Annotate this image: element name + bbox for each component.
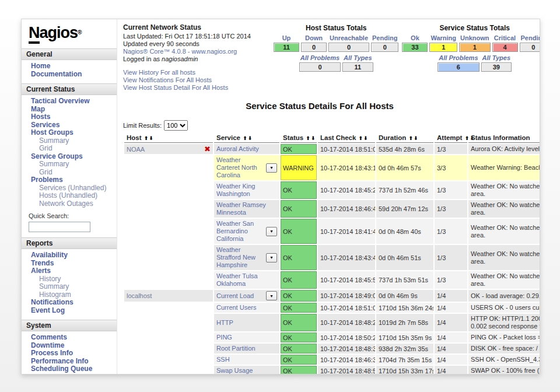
service-actions-dropdown[interactable]: ▼ [266,253,277,262]
sidebar-item-notifications[interactable]: Notifications [22,299,117,307]
service-link[interactable]: Current Users [216,304,277,312]
nagios-version-link[interactable]: Nagios® Core™ 4.0.8 - www.nagios.org [123,48,272,55]
view-host-status-detail-for-all-hosts-link[interactable]: View Host Status Detail For All Hosts [123,84,272,92]
service-totals-label-ok: Ok [402,34,428,41]
service-link[interactable]: SSH [216,356,277,363]
sort-descending-icon[interactable]: ⬇ [311,135,316,141]
limit-results-label: Limit Results: [123,122,162,129]
sidebar-item-alerts[interactable]: Alerts [22,267,117,275]
view-notifications-for-all-hosts-link[interactable]: View Notifications For All Hosts [123,76,272,84]
sidebar-item-event-log[interactable]: Event Log [22,307,117,315]
column-header-last-check[interactable]: Last Check ⬆⬇ [318,133,375,143]
sidebar-item-network-outages[interactable]: Network Outages [22,200,117,208]
host-totals-title: Host Status Totals [272,24,400,32]
quick-search-input[interactable] [29,222,90,232]
sidebar-item-grid[interactable]: Grid [22,145,117,153]
service-link[interactable]: Weather Strafford New Hampshire [216,246,264,269]
service-row: PINGOK10-17-2014 18:50:201710d 15h 35m 9… [124,332,540,342]
service-link[interactable]: Swap Usage [216,367,277,374]
service-link[interactable]: HTTP [216,319,277,327]
service-totals-count-pending[interactable]: 0 [520,43,540,52]
sidebar-item-problems[interactable]: Problems [22,176,117,184]
column-header-attempt[interactable]: Attempt ⬆⬇ [435,133,467,143]
sidebar-item-summary[interactable]: Summary [22,283,117,291]
column-header-service[interactable]: Service ⬆⬇ [214,133,279,143]
sidebar-item-scheduling-queue[interactable]: Scheduling Queue [22,365,117,373]
host-totals-count-all-problems[interactable]: 0 [299,62,341,72]
sort-descending-icon[interactable]: ⬇ [248,135,253,141]
column-header-status[interactable]: Status ⬆⬇ [281,133,317,143]
host-cell [124,355,213,365]
sidebar-item-host-groups[interactable]: Host Groups [22,129,117,137]
sidebar-item-grid[interactable]: Grid [22,169,117,177]
nagios-logo[interactable]: Nagios® [22,19,117,44]
sort-descending-icon[interactable]: ⬇ [414,135,418,141]
sort-ascending-icon[interactable]: ⬆ [359,135,363,141]
service-totals-count-critical[interactable]: 4 [492,43,518,52]
host-totals-count-all-types[interactable]: 11 [342,62,373,72]
sidebar-item-performance-info[interactable]: Performance Info [22,358,117,366]
sidebar-item-trends[interactable]: Trends [22,260,117,268]
service-link[interactable]: Weather Tulsa Oklahoma [216,272,277,288]
status-info-cell: Weather OK: No watches or warnings for a… [468,245,540,270]
sort-ascending-icon[interactable]: ⬆ [144,135,149,141]
service-totals-count-warning[interactable]: 1 [429,43,457,52]
service-actions-dropdown[interactable]: ▼ [266,227,277,236]
column-header-host[interactable]: Host ⬆⬇ [124,133,213,143]
service-totals-count-ok[interactable]: 33 [402,43,428,52]
sidebar-item-service-groups[interactable]: Service Groups [22,153,117,161]
sort-descending-icon[interactable]: ⬇ [149,135,153,141]
sidebar-item-configuration[interactable]: Configuration [22,373,117,374]
host-link[interactable]: NOAA [127,146,145,153]
sidebar-item-tactical-overview[interactable]: Tactical Overview [22,97,117,106]
sort-ascending-icon[interactable]: ⬆ [465,135,470,141]
sidebar-item-services[interactable]: Services [22,121,117,130]
host-totals-count-down[interactable]: 0 [301,43,327,52]
service-link[interactable]: Root Partition [216,345,277,352]
service-link[interactable]: Weather Carteret North Carolina [216,156,264,179]
sidebar-item-documentation[interactable]: Documentation [22,71,117,79]
service-totals-count-unknown[interactable]: 1 [459,43,491,52]
duration-cell: 1704d 7h 35m 15s [376,355,433,365]
sidebar-item-hosts-unhandled[interactable]: Hosts (Unhandled) [22,192,117,200]
service-link[interactable]: PING [216,334,277,341]
sidebar-item-availability[interactable]: Availability [22,251,117,260]
sidebar-item-comments[interactable]: Comments [22,334,117,342]
column-header-duration[interactable]: Duration ⬆⬇ [376,133,433,143]
duration-cell: 1019d 2h 7m 58s [376,314,433,331]
host-totals-count-pending[interactable]: 0 [371,43,398,52]
status-info-cell: Weather OK: No watches or warnings for a… [468,219,540,244]
sidebar-item-summary[interactable]: Summary [22,160,117,169]
limit-results-select[interactable]: 100 [164,120,188,131]
service-link[interactable]: Weather San Bernardino California [216,220,264,243]
sidebar-item-summary[interactable]: Summary [22,137,117,145]
sort-ascending-icon[interactable]: ⬆ [243,135,247,141]
host-link[interactable]: localhost [127,292,152,299]
service-link[interactable]: Weather King Washington [216,183,277,198]
service-link[interactable]: Current Load [216,292,264,300]
sidebar-item-history[interactable]: History [22,275,117,284]
sort-ascending-icon[interactable]: ⬆ [408,135,413,141]
sidebar-item-services-unhandled[interactable]: Services (Unhandled) [22,184,117,192]
service-actions-dropdown[interactable]: ▼ [266,163,277,173]
last-check-cell: 10-17-2014 18:45:25 [318,181,375,199]
sidebar-item-histogram[interactable]: Histogram [22,291,117,299]
duration-cell: 737d 1h 53m 51s [376,271,433,289]
host-critical-icon[interactable]: ✖ [204,146,211,152]
service-link[interactable]: Weather Ramsey Minnesota [216,201,277,216]
sidebar-item-hosts[interactable]: Hosts [22,113,117,121]
service-totals-count-all-types[interactable]: 39 [481,62,512,72]
sidebar-item-home[interactable]: Home [22,62,117,71]
sidebar-item-downtime[interactable]: Downtime [22,342,117,350]
sidebar-item-process-info[interactable]: Process Info [22,349,117,358]
service-row: localhostCurrent Load▼OK10-17-2014 18:49… [124,290,540,302]
service-totals-count-all-problems[interactable]: 6 [438,62,479,72]
view-history-for-all-hosts-link[interactable]: View History For all hosts [123,69,272,76]
host-totals-count-unreachable[interactable]: 0 [328,43,369,52]
sort-ascending-icon[interactable]: ⬆ [306,135,310,141]
sidebar-item-map[interactable]: Map [22,106,117,114]
service-actions-dropdown[interactable]: ▼ [266,291,277,300]
host-totals-count-up[interactable]: 11 [274,43,299,52]
service-link[interactable]: Auroral Activity [216,145,277,153]
sort-descending-icon[interactable]: ⬇ [363,135,368,141]
